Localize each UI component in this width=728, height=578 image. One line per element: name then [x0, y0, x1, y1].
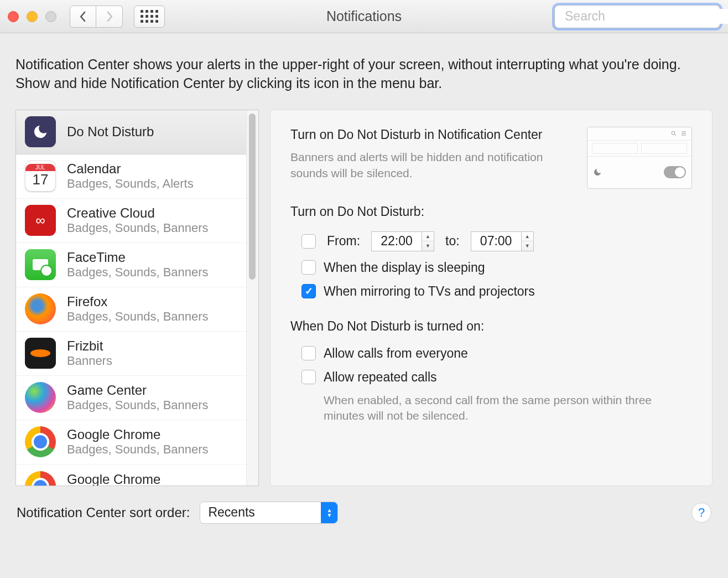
settings-panel: Turn on Do Not Disturb in Notification C… — [270, 110, 713, 486]
chevron-updown-icon: ▲▼ — [321, 502, 337, 523]
nav-buttons — [70, 6, 123, 28]
mirroring-row: When mirroring to TVs and projectors — [290, 280, 692, 303]
titlebar: Notifications — [0, 0, 728, 33]
svg-line-3 — [674, 134, 676, 136]
sidebar-item-sub: Badges, Sounds, Banners — [67, 221, 209, 235]
sidebar-item-do-not-disturb[interactable]: Do Not Disturb — [16, 110, 258, 154]
scrollbar-thumb[interactable] — [249, 113, 256, 280]
from-time-input[interactable]: 22:00 — [371, 231, 422, 251]
facetime-icon — [25, 249, 56, 280]
dnd-subheading: Banners and alerts will be hidden and no… — [290, 149, 574, 181]
sidebar-item-label: Firefox — [67, 294, 209, 309]
chrome-icon — [25, 426, 56, 457]
sidebar-item-label: Frizbit — [67, 338, 112, 354]
from-to-checkbox[interactable] — [301, 234, 316, 249]
minimize-icon[interactable] — [27, 11, 38, 22]
dnd-heading: Turn on Do Not Disturb in Notification C… — [290, 127, 574, 143]
show-all-button[interactable] — [134, 6, 165, 28]
sidebar-item-label: Do Not Disturb — [67, 124, 154, 140]
sidebar-item-calendar[interactable]: JUL17 Calendar Badges, Sounds, Alerts — [16, 154, 258, 199]
forward-button — [96, 6, 123, 28]
app-list-panel: Do Not Disturb JUL17 Calendar Badges, So… — [15, 110, 259, 486]
sidebar-item-label: Calendar — [67, 161, 194, 177]
notification-preview — [587, 127, 692, 189]
search-icon — [670, 130, 677, 137]
scrollbar-track[interactable] — [246, 110, 258, 486]
creative-cloud-icon: ∞ — [25, 205, 56, 236]
search-input[interactable] — [565, 9, 728, 24]
sidebar-item-creative-cloud[interactable]: ∞ Creative Cloud Badges, Sounds, Banners — [16, 199, 258, 243]
allow-repeated-checkbox[interactable] — [301, 370, 316, 384]
when-on-label: When Do Not Disturb is turned on: — [290, 319, 692, 334]
sleeping-checkbox[interactable] — [301, 260, 316, 275]
close-icon[interactable] — [8, 11, 19, 22]
sort-order-value: Recents — [208, 505, 254, 520]
calendar-icon: JUL17 — [25, 161, 56, 192]
sidebar-item-label: Google Chrome — [67, 427, 209, 442]
window-controls — [8, 11, 56, 22]
search-field[interactable] — [554, 5, 720, 28]
to-time-stepper[interactable]: ▲▼ — [522, 231, 534, 251]
allow-repeated-label: Allow repeated calls — [324, 370, 437, 385]
sidebar-item-label: Creative Cloud — [67, 205, 209, 221]
to-time-input[interactable]: 07:00 — [471, 231, 522, 251]
sidebar-item-sub: Badges, Sounds, Alerts — [67, 177, 194, 191]
zoom-icon — [45, 11, 56, 22]
moon-icon — [593, 168, 602, 177]
sidebar-item-sub: Badges, Sounds, Banners — [67, 309, 209, 324]
sidebar-item-firefox[interactable]: Firefox Badges, Sounds, Banners — [16, 287, 258, 332]
chrome-icon — [25, 471, 56, 486]
sidebar-item-label: Google Chrome — [67, 472, 194, 486]
game-center-icon — [25, 382, 56, 413]
schedule-label: Turn on Do Not Disturb: — [290, 204, 692, 219]
pane-description: Notification Center shows your alerts in… — [0, 33, 728, 110]
firefox-icon — [25, 293, 56, 324]
moon-icon — [25, 116, 56, 147]
grid-icon — [141, 10, 158, 23]
back-button[interactable] — [70, 6, 96, 28]
sidebar-item-google-chrome-2[interactable]: Google Chrome Badges, Sounds, Alerts — [16, 465, 258, 486]
sidebar-item-sub: Badges, Sounds, Banners — [67, 398, 209, 412]
sidebar-item-frizbit[interactable]: Frizbit Banners — [16, 332, 258, 376]
from-to-row: From: 22:00 ▲▼ to: 07:00 ▲▼ — [290, 227, 692, 256]
frizbit-icon — [25, 338, 56, 369]
footer: Notification Center sort order: Recents … — [0, 486, 728, 524]
help-icon: ? — [698, 505, 705, 520]
sort-order-label: Notification Center sort order: — [17, 505, 190, 520]
sidebar-item-label: FaceTime — [67, 250, 209, 265]
allow-repeated-row: Allow repeated calls — [290, 365, 692, 389]
allow-everyone-row: Allow calls from everyone — [290, 342, 692, 365]
sidebar-item-google-chrome[interactable]: Google Chrome Badges, Sounds, Banners — [16, 420, 258, 465]
allow-everyone-checkbox[interactable] — [301, 346, 316, 360]
sidebar-item-game-center[interactable]: Game Center Badges, Sounds, Banners — [16, 376, 258, 420]
from-time-stepper[interactable]: ▲▼ — [422, 231, 434, 251]
sidebar-item-facetime[interactable]: FaceTime Badges, Sounds, Banners — [16, 243, 258, 287]
toggle-icon — [664, 166, 686, 178]
sleeping-row: When the display is sleeping — [290, 256, 692, 280]
mirroring-label: When mirroring to TVs and projectors — [324, 284, 535, 299]
sleeping-label: When the display is sleeping — [324, 260, 485, 275]
list-icon — [680, 130, 687, 137]
to-label: to: — [445, 234, 460, 249]
help-button[interactable]: ? — [691, 503, 711, 523]
mirroring-checkbox[interactable] — [301, 284, 316, 298]
from-label: From: — [327, 234, 360, 249]
sidebar-item-sub: Badges, Sounds, Banners — [67, 265, 209, 280]
sidebar-item-label: Game Center — [67, 383, 209, 398]
sidebar-item-sub: Banners — [67, 354, 112, 368]
sidebar-item-sub: Badges, Sounds, Banners — [67, 442, 209, 457]
sort-order-select[interactable]: Recents ▲▼ — [200, 502, 338, 524]
repeated-hint: When enabled, a second call from the sam… — [290, 389, 692, 424]
allow-everyone-label: Allow calls from everyone — [324, 346, 468, 361]
